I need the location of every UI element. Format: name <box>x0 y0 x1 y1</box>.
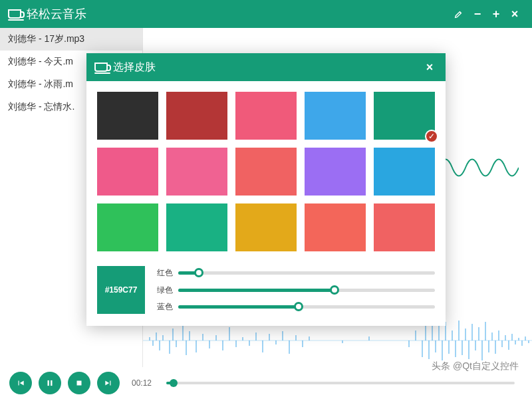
watermark-text: 头条 @Qt自定义控件 <box>432 360 519 372</box>
add-button[interactable]: + <box>487 5 505 23</box>
color-swatch[interactable] <box>97 148 158 196</box>
svg-rect-3 <box>77 381 82 386</box>
playlist-item[interactable]: 刘德华 - 17岁.mp3 <box>0 28 142 51</box>
svg-rect-2 <box>51 380 52 386</box>
eyedropper-button[interactable] <box>450 5 468 23</box>
color-swatch[interactable] <box>235 203 297 251</box>
color-swatch[interactable] <box>374 148 435 196</box>
swatch-grid: ✓ <box>86 81 446 259</box>
slider-label-red: 红色 <box>154 267 173 279</box>
slider-green[interactable] <box>178 289 435 292</box>
color-swatch[interactable] <box>305 92 366 140</box>
svg-rect-1 <box>48 380 49 386</box>
color-hex: #159C77 <box>105 285 138 295</box>
slider-row-green: 绿色 <box>154 285 435 296</box>
pause-button[interactable] <box>39 372 61 394</box>
waveform-smooth <box>439 148 519 188</box>
dialog-close-button[interactable]: × <box>422 59 438 75</box>
color-swatch[interactable] <box>374 203 435 251</box>
color-preview: #159C77 <box>97 266 145 314</box>
progress-thumb[interactable] <box>170 379 178 387</box>
color-swatch[interactable] <box>166 148 227 196</box>
dialog-header: 选择皮肤 × <box>86 53 446 81</box>
app-title: 轻松云音乐 <box>27 6 86 22</box>
color-swatch[interactable] <box>166 92 227 140</box>
color-swatch[interactable] <box>166 203 227 251</box>
prev-button[interactable] <box>9 372 32 394</box>
color-swatch[interactable] <box>235 148 297 196</box>
playback-time: 00:12 <box>132 378 152 388</box>
close-button[interactable]: × <box>505 5 524 23</box>
stop-button[interactable] <box>68 372 90 394</box>
color-swatch[interactable] <box>305 203 366 251</box>
color-swatch[interactable] <box>305 148 366 196</box>
app-logo: 轻松云音乐 <box>8 6 86 22</box>
slider-label-green: 绿色 <box>154 285 173 296</box>
cup-icon <box>8 9 21 19</box>
minimize-button[interactable]: − <box>468 5 487 23</box>
titlebar: 轻松云音乐 − + × <box>0 0 532 28</box>
color-swatch[interactable] <box>97 92 158 140</box>
slider-blue[interactable] <box>178 305 435 309</box>
skin-dialog: 选择皮肤 × ✓ #159C77 红色 绿色 蓝色 <box>86 53 446 326</box>
slider-row-blue: 蓝色 <box>154 301 435 313</box>
cup-icon <box>94 63 108 72</box>
color-swatch[interactable]: ✓ <box>374 92 435 140</box>
color-swatch[interactable] <box>97 203 158 251</box>
check-icon: ✓ <box>425 130 438 143</box>
color-swatch[interactable] <box>235 92 297 140</box>
slider-label-blue: 蓝色 <box>154 301 173 313</box>
slider-row-red: 红色 <box>154 267 435 279</box>
custom-color-area: #159C77 红色 绿色 蓝色 <box>86 259 446 326</box>
progress-bar[interactable] <box>166 382 515 384</box>
slider-red[interactable] <box>178 271 435 275</box>
dialog-title: 选择皮肤 <box>113 61 156 74</box>
next-button[interactable] <box>97 372 120 394</box>
